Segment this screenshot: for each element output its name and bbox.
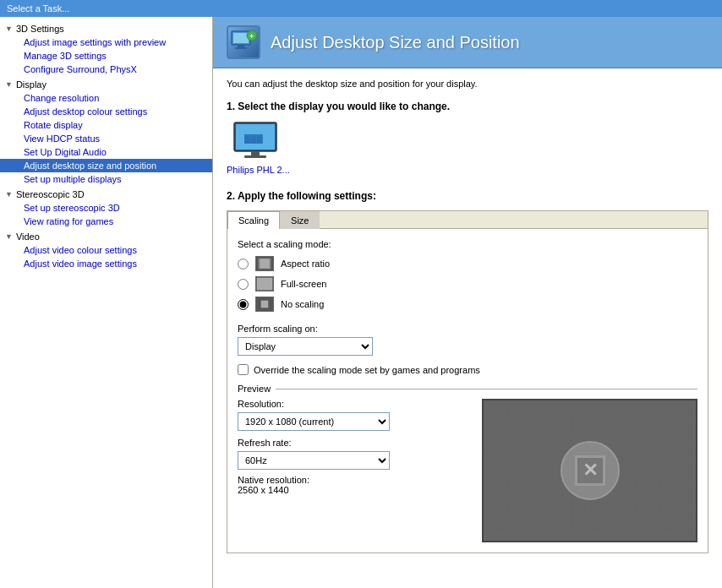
scaling-icon-no-scaling (255, 297, 274, 312)
monitor-adjust-icon: + (230, 29, 257, 56)
preview-monitor: ✕ (482, 399, 697, 542)
group-label: Video (16, 231, 40, 242)
scaling-radio-group: Aspect ratioFull-screenNo scaling (238, 256, 697, 312)
sidebar-item-rotate-display[interactable]: Rotate display (0, 118, 212, 132)
display-item[interactable]: ▓▓▓ Philips PHL 2... (227, 121, 290, 175)
sidebar-item-multiple-displays[interactable]: Set up multiple displays (0, 172, 212, 186)
display-label: Philips PHL 2... (227, 165, 290, 175)
preview-section: Preview Resolution: 1920 x 1080 (current… (238, 384, 697, 542)
radio-aspect-ratio[interactable] (238, 259, 249, 270)
section2-title: 2. Apply the following settings: (227, 190, 708, 202)
resolution-label: Resolution: (238, 399, 468, 409)
svg-rect-9 (244, 155, 266, 158)
radio-label-aspect-ratio: Aspect ratio (281, 259, 330, 269)
svg-rect-8 (251, 151, 260, 155)
sidebar-group-3d-settings: ▼3D SettingsAdjust image settings with p… (0, 22, 212, 76)
sidebar-item-video-image[interactable]: Adjust video image settings (0, 257, 212, 270)
svg-rect-1 (233, 33, 249, 43)
sidebar-group-header-display[interactable]: ▼Display (0, 78, 212, 91)
radio-item-full-screen: Full-screen (238, 276, 697, 291)
preview-controls: Resolution: 1920 x 1080 (current)1280 x … (238, 399, 468, 495)
tab-scaling[interactable]: Scaling (227, 211, 280, 229)
radio-full-screen[interactable] (238, 279, 249, 290)
display-selector: ▓▓▓ Philips PHL 2... (227, 121, 708, 175)
scaling-mode-title: Select a scaling mode: (238, 239, 697, 249)
content-header: + Adjust Desktop Size and Position (213, 17, 722, 68)
sidebar-item-adjust-image-preview[interactable]: Adjust image settings with preview (0, 35, 212, 49)
sidebar-group-header-video[interactable]: ▼Video (0, 230, 212, 243)
native-res-label: Native resolution: (238, 475, 468, 485)
sidebar-item-digital-audio[interactable]: Set Up Digital Audio (0, 145, 212, 159)
perform-dropdown[interactable]: DisplayGPU (238, 337, 373, 356)
x-symbol: ✕ (583, 461, 598, 480)
sidebar-item-manage-3d[interactable]: Manage 3D settings (0, 49, 212, 63)
refresh-label: Refresh rate: (238, 438, 468, 448)
svg-text:+: + (249, 32, 254, 41)
monitor-grid: ✕ (482, 399, 697, 542)
radio-label-full-screen: Full-screen (281, 279, 326, 289)
content-body: You can adjust the desktop size and posi… (213, 68, 722, 588)
content-area: + Adjust Desktop Size and Position You c… (213, 17, 722, 588)
preview-content: Resolution: 1920 x 1080 (current)1280 x … (238, 399, 697, 542)
svg-rect-2 (238, 45, 244, 47)
sidebar-item-change-resolution[interactable]: Change resolution (0, 91, 212, 105)
override-label: Override the scaling mode set by games a… (254, 365, 480, 375)
description: You can adjust the desktop size and posi… (227, 79, 708, 89)
svg-rect-15 (257, 278, 272, 290)
radio-item-no-scaling: No scaling (238, 297, 697, 312)
radio-label-no-scaling: No scaling (281, 299, 324, 309)
svg-text:▓▓▓: ▓▓▓ (244, 133, 264, 144)
tab-content: Select a scaling mode: Aspect ratioFull-… (227, 229, 708, 553)
override-row: Override the scaling mode set by games a… (238, 364, 697, 375)
group-label: 3D Settings (16, 24, 64, 34)
app-bar: Select a Task... (0, 0, 722, 17)
sidebar-group-stereoscopic-3d: ▼Stereoscopic 3DSet up stereoscopic 3DVi… (0, 188, 212, 228)
svg-rect-13 (260, 259, 269, 268)
perform-label: Perform scaling on: (238, 324, 697, 334)
tab-size[interactable]: Size (280, 211, 320, 229)
sidebar-item-desktop-size-position[interactable]: Adjust desktop size and position (0, 159, 212, 172)
sidebar-group-video: ▼VideoAdjust video colour settingsAdjust… (0, 230, 212, 270)
resolution-dropdown[interactable]: 1920 x 1080 (current)1280 x 7201024 x 76… (238, 412, 390, 431)
app-bar-title: Select a Task... (7, 3, 69, 14)
refresh-dropdown[interactable]: 60Hz59Hz30Hz (238, 451, 390, 470)
sidebar-item-rating-games[interactable]: View rating for games (0, 215, 212, 228)
svg-rect-17 (261, 301, 268, 308)
svg-rect-3 (235, 47, 247, 49)
header-icon: + (227, 25, 260, 59)
sidebar-item-configure-surround[interactable]: Configure Surround, PhysX (0, 63, 212, 76)
preview-label: Preview (238, 384, 697, 394)
scaling-icon-aspect-ratio (255, 256, 274, 271)
section1-title: 1. Select the display you would like to … (227, 101, 708, 112)
sidebar-group-header-3d-settings[interactable]: ▼3D Settings (0, 22, 212, 35)
scaling-icon-full-screen (255, 276, 274, 291)
expand-icon: ▼ (5, 232, 13, 241)
sidebar-item-hdcp-status[interactable]: View HDCP status (0, 132, 212, 145)
expand-icon: ▼ (5, 80, 13, 89)
page-title: Adjust Desktop Size and Position (271, 33, 520, 52)
monitor-center-icon: ✕ (561, 441, 620, 500)
sidebar-group-display: ▼DisplayChange resolutionAdjust desktop … (0, 78, 212, 186)
sidebar-item-adjust-colour[interactable]: Adjust desktop colour settings (0, 105, 212, 118)
settings-panel: ScalingSize Select a scaling mode: Aspec… (227, 210, 708, 553)
override-checkbox[interactable] (238, 364, 249, 375)
radio-item-aspect-ratio: Aspect ratio (238, 256, 697, 271)
group-label: Display (16, 79, 46, 90)
sidebar-item-stereoscopic-setup[interactable]: Set up stereoscopic 3D (0, 201, 212, 215)
x-box: ✕ (575, 455, 605, 486)
monitor-thumbnail: ▓▓▓ (232, 121, 283, 163)
tabs: ScalingSize (227, 211, 708, 229)
sidebar-group-header-stereoscopic-3d[interactable]: ▼Stereoscopic 3D (0, 188, 212, 201)
expand-icon: ▼ (5, 190, 13, 199)
group-label: Stereoscopic 3D (16, 189, 85, 199)
radio-no-scaling[interactable] (238, 299, 249, 310)
sidebar-item-video-colour[interactable]: Adjust video colour settings (0, 243, 212, 257)
expand-icon: ▼ (5, 24, 13, 33)
native-res-value: 2560 x 1440 (238, 485, 468, 495)
sidebar: ▼3D SettingsAdjust image settings with p… (0, 17, 213, 588)
